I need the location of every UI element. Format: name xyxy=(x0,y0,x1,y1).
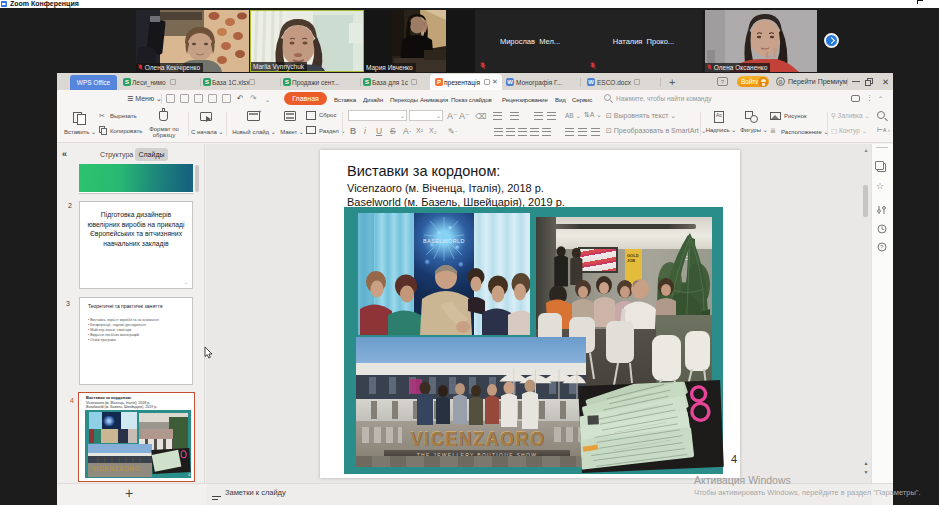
svg-text:?: ? xyxy=(880,244,884,250)
svg-text:BASELWORLD: BASELWORLD xyxy=(423,238,465,244)
